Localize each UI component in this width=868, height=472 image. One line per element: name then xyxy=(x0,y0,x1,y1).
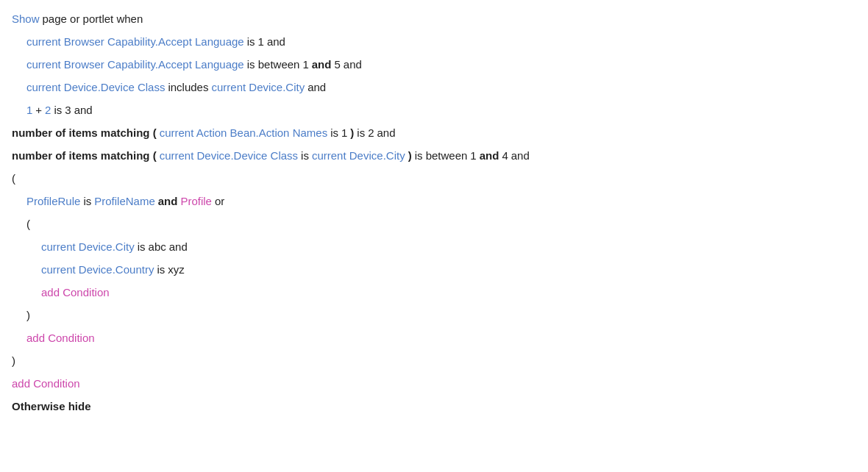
footer-line: Otherwise hide xyxy=(12,396,856,416)
token-4-0: number of items matching ( xyxy=(12,123,157,143)
token-4-3: 1 xyxy=(341,123,347,143)
condition-line-14: ) xyxy=(12,351,856,371)
rule-builder: Show page or portlet when current Browse… xyxy=(12,9,856,416)
token-1-0: current Browser Capability.Accept Langua… xyxy=(26,54,244,74)
token-5-5: is between xyxy=(415,146,468,165)
condition-line-4: number of items matching (current Action… xyxy=(12,123,856,143)
token-3-5: and xyxy=(74,100,93,120)
token-3-1: + xyxy=(35,100,42,120)
token-4-2: is xyxy=(330,123,338,143)
token-4-6: 2 xyxy=(368,123,374,143)
header-line: Show page or portlet when xyxy=(12,9,856,29)
token-3-0: 1 xyxy=(26,100,32,120)
condition-line-15: add Condition xyxy=(12,373,856,393)
token-0-3: and xyxy=(267,32,285,51)
token-2-2: current Device.City xyxy=(211,77,305,97)
token-4-5: is xyxy=(357,123,365,143)
token-1-2: 1 xyxy=(302,54,308,74)
token-1-5: and xyxy=(344,54,362,74)
token-14-0: ) xyxy=(12,351,15,371)
token-8-0: ( xyxy=(26,214,30,234)
token-5-8: 4 xyxy=(502,146,508,165)
condition-line-10: current Device.Countryisxyz xyxy=(12,260,856,279)
token-7-5: or xyxy=(215,191,224,211)
token-5-3: current Device.City xyxy=(312,146,405,165)
token-5-7: and xyxy=(480,146,499,165)
token-7-3: and xyxy=(158,191,178,211)
condition-line-5: number of items matching (current Device… xyxy=(12,146,856,165)
condition-line-12: ) xyxy=(12,305,856,325)
token-15-0[interactable]: add Condition xyxy=(12,373,80,393)
token-2-3: and xyxy=(307,77,326,97)
header-rest: page or portlet when xyxy=(43,9,143,29)
token-0-1: is xyxy=(247,32,255,51)
token-4-7: and xyxy=(377,123,396,143)
token-6-0: ( xyxy=(12,168,15,188)
token-2-1: includes xyxy=(168,77,208,97)
condition-line-13: add Condition xyxy=(12,328,856,348)
token-10-1: is xyxy=(157,260,165,279)
token-2-0: current Device.Device Class xyxy=(26,77,165,97)
condition-line-1: current Browser Capability.Accept Langua… xyxy=(12,54,856,74)
condition-line-0: current Browser Capability.Accept Langua… xyxy=(12,32,856,51)
token-1-1: is between xyxy=(247,54,300,74)
token-0-2: 1 xyxy=(258,32,264,51)
token-1-4: 5 xyxy=(334,54,340,74)
token-10-2: xyz xyxy=(168,260,185,279)
token-10-0: current Device.Country xyxy=(41,260,154,279)
condition-line-8: ( xyxy=(12,214,856,234)
token-5-0: number of items matching ( xyxy=(12,146,157,165)
token-7-2: ProfileName xyxy=(94,191,155,211)
show-link[interactable]: Show xyxy=(12,9,40,29)
token-1-3: and xyxy=(312,54,332,74)
token-7-1: is xyxy=(83,191,91,211)
condition-line-11: add Condition xyxy=(12,282,856,302)
condition-line-9: current Device.Cityisabcand xyxy=(12,237,856,257)
token-5-1: current Device.Device Class xyxy=(160,146,298,165)
token-7-4: Profile xyxy=(180,191,212,211)
token-3-2: 2 xyxy=(45,100,51,120)
token-0-0: current Browser Capability.Accept Langua… xyxy=(26,32,244,51)
token-7-0: ProfileRule xyxy=(26,191,80,211)
condition-line-6: ( xyxy=(12,168,856,188)
token-12-0: ) xyxy=(26,305,30,325)
token-9-0: current Device.City xyxy=(41,237,135,257)
condition-line-2: current Device.Device Classincludescurre… xyxy=(12,77,856,97)
condition-line-3: 1+2is3and xyxy=(12,100,856,120)
token-5-2: is xyxy=(301,146,309,165)
token-9-1: is xyxy=(138,237,146,257)
token-3-4: 3 xyxy=(65,100,71,120)
token-9-3: and xyxy=(169,237,188,257)
conditions-container: current Browser Capability.Accept Langua… xyxy=(12,32,856,393)
token-9-2: abc xyxy=(149,237,166,257)
token-11-0[interactable]: add Condition xyxy=(41,282,110,302)
otherwise-hide: Otherwise hide xyxy=(12,396,91,416)
token-5-9: and xyxy=(511,146,530,165)
token-5-6: 1 xyxy=(470,146,476,165)
token-3-3: is xyxy=(54,100,62,120)
token-4-4: ) xyxy=(350,123,354,143)
token-13-0[interactable]: add Condition xyxy=(26,328,95,348)
condition-line-7: ProfileRuleisProfileNameandProfileor xyxy=(12,191,856,211)
token-4-1: current Action Bean.Action Names xyxy=(160,123,327,143)
token-5-4: ) xyxy=(408,146,412,165)
